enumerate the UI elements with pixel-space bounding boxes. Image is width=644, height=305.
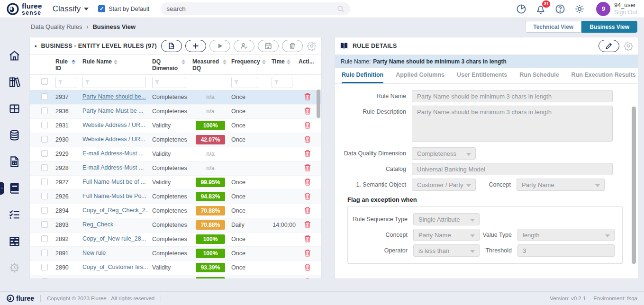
delete-rules-button[interactable]	[282, 40, 303, 52]
delete-rule-icon[interactable]	[304, 235, 311, 244]
sidebar-item-home[interactable]	[8, 49, 21, 62]
semantic-object-select[interactable]: Customer / Party	[412, 179, 476, 191]
app-menu-classify[interactable]: Classify	[53, 4, 89, 14]
sidebar-item-datasets[interactable]	[8, 235, 21, 248]
delete-rule-icon[interactable]	[304, 107, 311, 116]
sidebar-item-checklist[interactable]	[8, 208, 21, 221]
rule-name-link[interactable]: Party Name should be...	[82, 93, 146, 100]
rules-table-scrollbar[interactable]	[317, 90, 320, 118]
table-row[interactable]: 2891 New rule Completenes 100% Once	[30, 247, 321, 261]
filter-frequency-input[interactable]	[231, 77, 258, 88]
row-checkbox[interactable]	[41, 193, 48, 199]
row-checkbox[interactable]	[41, 250, 48, 256]
table-row[interactable]: 2894 Copy_of_Reg_Check_2... Completenes …	[30, 204, 321, 218]
rule-name-link[interactable]: E-mail Address-Must ...	[82, 164, 144, 171]
help-icon[interactable]	[554, 3, 566, 15]
row-checkbox[interactable]	[41, 235, 48, 242]
row-checkbox[interactable]	[41, 108, 48, 114]
export-rules-button[interactable]	[161, 40, 182, 52]
delete-rule-icon[interactable]	[304, 178, 311, 187]
search-input[interactable]	[166, 5, 337, 12]
rule-name-link[interactable]: Copy_of_New rule_28...	[82, 235, 146, 242]
delete-rule-icon[interactable]	[304, 121, 311, 130]
row-checkbox[interactable]	[41, 264, 48, 270]
value-type-select[interactable]: length	[517, 229, 615, 241]
rule-name-field[interactable]: Party Name should be minimum 3 chars in …	[412, 90, 613, 102]
tab-applied-columns[interactable]: Applied Columns	[396, 68, 444, 83]
table-row[interactable]: 2929 E-mail Address-Must ... Validity n/…	[30, 147, 321, 161]
column-header-rule-name[interactable]: Rule Name	[82, 58, 149, 65]
user-avatar[interactable]: 9	[596, 2, 610, 16]
table-row[interactable]: 2928 E-mail Address-Must ... Completenes…	[30, 161, 321, 176]
details-settings-gear-icon[interactable]	[624, 41, 633, 51]
table-row[interactable]: 2937 Party Name should be... Completenes…	[30, 90, 321, 105]
edit-rule-button[interactable]	[599, 40, 619, 52]
table-row[interactable]: 2930 Website Address / UR... Completenes…	[30, 133, 321, 147]
filter-dq-dimension-input[interactable]	[152, 77, 186, 88]
rule-name-link[interactable]: Website Address / UR...	[82, 136, 145, 143]
rule-name-link[interactable]: Full Name-Must be of ...	[82, 179, 145, 185]
column-header-dq-dimension[interactable]: DQ Dimensio	[152, 58, 190, 72]
delete-rule-icon[interactable]	[304, 164, 311, 173]
operator-select[interactable]: is less than	[413, 244, 480, 257]
rule-name-link[interactable]: Copy_of_Reg_Check_2...	[82, 207, 148, 214]
delete-rule-icon[interactable]	[304, 221, 311, 230]
row-checkbox[interactable]	[41, 278, 48, 278]
table-row[interactable]: 2927 Full Name-Must be of ... Validity 9…	[30, 176, 321, 190]
filter-rule-id-input[interactable]	[55, 77, 76, 88]
gear-icon[interactable]	[574, 3, 585, 15]
sidebar-item-report-file[interactable]	[8, 155, 21, 168]
add-rule-button[interactable]	[185, 40, 206, 52]
sidebar-item-database[interactable]	[8, 129, 21, 142]
delete-rule-icon[interactable]	[304, 206, 311, 215]
delete-rule-icon[interactable]	[304, 263, 311, 272]
rule-name-link[interactable]: E-mail Address-Must ...	[82, 150, 144, 157]
run-rules-button[interactable]	[209, 40, 230, 52]
row-checkbox[interactable]	[41, 221, 48, 228]
rule-name-link[interactable]: Party Name-Must be ...	[82, 108, 144, 114]
column-header-frequency[interactable]: Frequency	[231, 58, 269, 65]
table-row[interactable]: 2892 Copy_of_New rule_28... Completenes …	[30, 233, 321, 247]
rule-name-link[interactable]: Full Name-Must be Po...	[82, 193, 146, 199]
notifications-bell-icon[interactable]: 31	[535, 3, 546, 15]
row-checkbox[interactable]	[41, 164, 48, 171]
row-checkbox[interactable]	[41, 150, 48, 157]
row-checkbox[interactable]	[41, 207, 48, 214]
row-checkbox[interactable]	[41, 93, 48, 100]
delete-rule-icon[interactable]	[304, 150, 311, 159]
delete-rule-icon[interactable]	[304, 192, 311, 201]
table-row[interactable]: 2936 Party Name-Must be ... Completenes …	[30, 105, 321, 119]
tab-run-schedule[interactable]: Run Schedule	[519, 68, 559, 83]
assign-user-button[interactable]	[234, 40, 254, 52]
start-by-default-checkbox[interactable]: ✓	[98, 5, 105, 12]
catalog-field[interactable]: Universal Banking Model	[412, 163, 613, 175]
row-checkbox[interactable]	[41, 136, 48, 143]
sidebar-item-rules-book[interactable]: ›	[8, 182, 21, 195]
table-row[interactable]: 2890 Copy_of_Customer firs... Validity 9…	[30, 261, 321, 275]
pie-chart-icon[interactable]	[516, 3, 527, 15]
tab-user-entitlements[interactable]: User Entitlements	[457, 68, 507, 83]
technical-view-button[interactable]: Technical View	[525, 21, 581, 33]
rule-name-link[interactable]: Reg_Check	[82, 221, 113, 228]
rule-name-link[interactable]: Website Address / UR...	[82, 122, 145, 128]
table-row[interactable]: 2893 Reg_Check Completenes 70.88% Daily …	[30, 218, 321, 233]
tab-rule-definition[interactable]: Rule Definition	[342, 68, 383, 83]
rule-name-link[interactable]: New rule	[82, 250, 106, 256]
business-view-button[interactable]: Business View	[581, 21, 637, 33]
sidebar-item-settings-clock[interactable]	[8, 261, 21, 274]
rule-name-link[interactable]: Copy_of_testCloneDQ...	[82, 278, 147, 278]
threshold-field[interactable]: 3	[517, 244, 615, 257]
rule-name-link[interactable]: Copy_of_Customer firs...	[82, 264, 148, 270]
sign-out-link[interactable]: Sign Out	[614, 9, 637, 16]
select-all-checkbox[interactable]	[41, 78, 48, 85]
filter-rule-name-input[interactable]	[82, 77, 146, 88]
dq-dimension-select[interactable]: Completeness	[412, 147, 476, 160]
rule-sequence-type-select[interactable]: Single Attribute	[413, 213, 480, 225]
filter-time-input[interactable]	[272, 77, 292, 88]
exception-concept-select[interactable]: Party Name	[413, 229, 480, 241]
sidebar-item-grid[interactable]	[8, 102, 21, 115]
schedule-button[interactable]	[258, 40, 279, 52]
column-header-time[interactable]: Time	[272, 58, 296, 65]
breadcrumb-parent[interactable]: Data Quality Rules	[31, 23, 82, 30]
column-header-measured-dq[interactable]: Measured DQ	[192, 58, 228, 72]
